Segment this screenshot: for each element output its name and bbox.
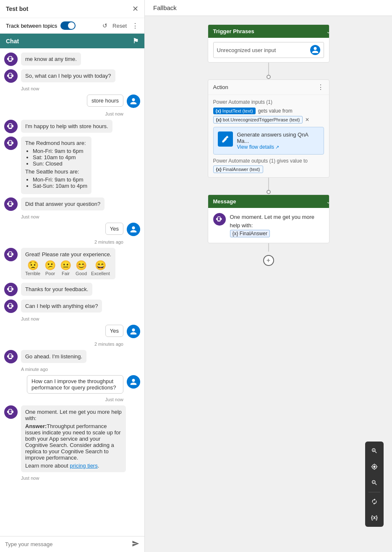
bot-avatar	[4, 197, 18, 211]
emoji-poor[interactable]: 😕 Poor	[44, 260, 56, 276]
toolbar-divider	[368, 492, 380, 492]
pricing-tiers-link[interactable]: pricing tiers	[70, 463, 97, 469]
connector-dot-2	[267, 190, 271, 194]
pa-input-label: Power Automate inputs (1)	[213, 99, 324, 105]
fx-icon2: {x}	[216, 118, 222, 122]
link-text: View flow details	[237, 144, 274, 150]
bot-bubble: So, what can I help you with today?	[21, 69, 115, 82]
generate-card: Generate answers using QnA Ma... View fl…	[213, 127, 324, 155]
bot-message-row: The Redmond hours are: Mon-Fri: 9am to 6…	[4, 137, 140, 194]
bot-avatar	[4, 69, 18, 83]
chat-input-area	[0, 536, 144, 552]
bot-text: I'm happy to help with store hours.	[25, 123, 108, 129]
action-header: Action ⋮	[208, 80, 329, 95]
emoji-terrible[interactable]: 😟 Terrible	[25, 260, 40, 276]
close-icon[interactable]: ✕	[305, 117, 309, 123]
flag-icon[interactable]: ⚑	[133, 37, 139, 45]
message-header: Message	[208, 195, 329, 208]
trigger-input[interactable]: Unrecognized user input	[213, 42, 324, 58]
action-body: Power Automate inputs (1) {x} InputText …	[208, 95, 329, 177]
zoom-in-button[interactable]	[367, 443, 382, 458]
right-header: Fallback	[145, 0, 392, 16]
left-header: Test bot ✕	[0, 0, 144, 18]
more-options-icon[interactable]: ⋮	[317, 83, 324, 91]
user-message-row: Yes	[4, 223, 140, 236]
fx-icon: {x}	[216, 109, 221, 113]
add-node-button[interactable]: +	[263, 255, 274, 266]
message-card: Message One moment. Let me get you more …	[208, 195, 329, 243]
close-button[interactable]: ✕	[132, 4, 139, 13]
msg-bot-avatar	[213, 213, 226, 226]
message-text: One moment. Let me get you more help wit…	[230, 213, 324, 238]
bot-text: So, what can I help you with today?	[25, 73, 111, 79]
action-card: Action ⋮ Power Automate inputs (1) {x} I…	[208, 79, 329, 178]
generate-icon	[218, 131, 233, 147]
send-button[interactable]	[132, 540, 139, 549]
track-right: ↺ Reset ⋮	[102, 22, 139, 30]
chat-title: Chat	[6, 38, 19, 45]
reset-label[interactable]: Reset	[112, 23, 127, 29]
zoom-out-button[interactable]	[367, 475, 382, 490]
emoji-good[interactable]: 😊 Good	[76, 260, 87, 276]
bot-avatar	[4, 120, 18, 133]
view-flow-details-link[interactable]: View flow details ↗	[237, 144, 319, 150]
chat-header: Chat ⚑	[0, 34, 144, 48]
bot-avatar	[4, 53, 18, 66]
bot-link: Learn more about pricing tiers.	[25, 463, 122, 469]
user-message-row: store hours	[4, 95, 140, 108]
bot-avatar	[4, 405, 18, 419]
bot-text: The Seattle hours are:	[25, 168, 87, 175]
pa-input-text: InputText (text)	[222, 108, 253, 113]
bot-message-row: Can I help with anything else?	[4, 300, 140, 313]
variables-button[interactable]: {x}	[367, 510, 382, 525]
timestamp: 2 minutes ago	[4, 239, 140, 244]
variables-icon: {x}	[371, 515, 378, 520]
trigger-input-value: Unrecognized user input	[217, 47, 276, 53]
user-bubble: Yes	[105, 325, 123, 337]
list-item: Mon-Fri: 9am to 6pm	[33, 176, 87, 183]
timestamp: Just now	[21, 214, 140, 219]
bot-title: Test bot	[6, 5, 28, 12]
emoji-label: Fair	[62, 271, 70, 276]
reset-view-button[interactable]	[367, 494, 382, 509]
store-hours-list-2: Mon-Fri: 9am to 6pm Sat-Sun: 10am to 4pm	[25, 176, 87, 189]
bot-message-row: I'm happy to help with store hours.	[4, 120, 140, 133]
message-line1: One moment. Let me get you more help wit…	[230, 213, 324, 229]
track-label: Track between topics	[6, 23, 57, 29]
emoji-rating-row: 😟 Terrible 😕 Poor 😐 Fair 😊 Good	[25, 260, 111, 276]
bot-avatar	[4, 137, 18, 150]
trigger-body: Unrecognized user input	[208, 38, 329, 62]
bot-message-row: me know at any time.	[4, 53, 140, 66]
bot-bubble: One moment. Let me get you more help wit…	[21, 405, 126, 472]
bot-text: Go ahead. I'm listening.	[25, 353, 82, 360]
bot-bubble: Did that answer your question?	[21, 197, 105, 210]
trigger-header: Trigger Phrases	[208, 25, 329, 38]
bot-avatar	[4, 350, 18, 363]
track-toggle[interactable]	[60, 21, 76, 30]
user-avatar	[127, 325, 140, 338]
user-message-row: Yes	[4, 325, 140, 338]
timestamp: 2 minutes ago	[4, 342, 140, 347]
pa-trigger-text: bot.UnrecognizedTriggerPhrase (text)	[223, 117, 300, 122]
flow-canvas: Trigger Phrases Unrecognized user input …	[145, 16, 392, 274]
user-avatar	[127, 223, 140, 236]
generate-text-block: Generate answers using QnA Ma... View fl…	[237, 131, 319, 150]
user-text: Yes	[110, 328, 119, 334]
chat-input[interactable]	[5, 541, 128, 547]
pa-output-label: Power Automate outputs (1) gives value t…	[213, 158, 324, 164]
emoji-label: Good	[76, 271, 87, 276]
trigger-card: Trigger Phrases Unrecognized user input	[208, 24, 329, 63]
target-icon-button[interactable]	[367, 459, 382, 474]
more-icon[interactable]: ⋮	[132, 22, 139, 30]
emoji-excellent[interactable]: 😄 Excellent	[91, 260, 110, 276]
connector-dot	[267, 75, 271, 79]
left-panel: Test bot ✕ Track between topics ↺ Reset …	[0, 0, 145, 552]
emoji-fair[interactable]: 😐 Fair	[60, 260, 71, 276]
chat-body: me know at any time. So, what can I help…	[0, 48, 144, 536]
connector-line-2	[268, 178, 269, 190]
final-answer-text: FinalAnswer (text)	[223, 167, 260, 172]
list-item: Sat-Sun: 10am to 4pm	[33, 183, 87, 189]
message-body: One moment. Let me get you more help wit…	[208, 208, 329, 243]
bot-bubble: Great! Please rate your experience. 😟 Te…	[21, 248, 115, 279]
bot-bubble: Can I help with anything else?	[21, 300, 102, 313]
